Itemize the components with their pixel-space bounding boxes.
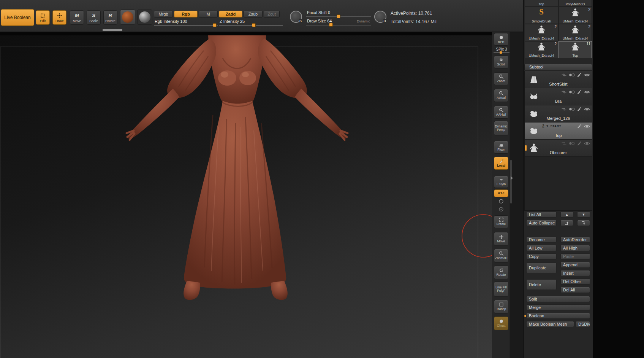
split-section[interactable]: Split: [526, 296, 590, 302]
eye-icon[interactable]: [584, 90, 590, 94]
all-high-button[interactable]: All High: [560, 245, 590, 251]
delete-button[interactable]: Delete: [526, 279, 557, 290]
stroke-icon[interactable]: S: [290, 11, 302, 23]
local-button[interactable]: Local: [494, 157, 508, 170]
all-low-button[interactable]: All Low: [526, 245, 557, 251]
rgb-intensity-slider[interactable]: Rgb Intensity 100: [154, 18, 218, 26]
polypaint-toggle-icon[interactable]: [569, 73, 575, 76]
polypaint-toggle-icon[interactable]: [569, 108, 575, 111]
autoreorder-button[interactable]: AutoReorder: [560, 237, 590, 243]
duplicate-button[interactable]: Duplicate: [526, 263, 557, 273]
move-3d-button[interactable]: Move: [494, 232, 508, 246]
dots-stroke-icon[interactable]: D: [374, 11, 386, 23]
m-button[interactable]: M: [199, 11, 218, 18]
polypaint-toggle-icon[interactable]: [569, 142, 575, 145]
merge-section[interactable]: Merge: [526, 304, 590, 310]
bpr-button[interactable]: BPR: [494, 33, 508, 46]
subtool-row-merged126[interactable]: Merged_126: [525, 105, 592, 123]
chevron-down-icon[interactable]: ▼: [546, 124, 549, 128]
del-all-button[interactable]: Del All: [560, 287, 590, 293]
grid-cell-umesh-2[interactable]: 2 UMesh_Extract4: [525, 24, 558, 41]
rename-button[interactable]: Rename: [526, 237, 557, 243]
lsym-button[interactable]: L.Sym: [494, 176, 508, 188]
perspective-icon[interactable]: [498, 199, 504, 205]
move-up-hierarchy-button[interactable]: [560, 220, 573, 226]
rgb-intensity-thumb[interactable]: [213, 23, 217, 27]
paste-button[interactable]: Paste: [560, 253, 590, 259]
zoom-button[interactable]: Zoom: [494, 72, 508, 85]
rgb-button[interactable]: Rgb: [174, 11, 198, 18]
current-brush-button[interactable]: [120, 10, 135, 25]
boolean-section[interactable]: Boolean: [526, 313, 590, 319]
eye-icon[interactable]: [584, 73, 590, 77]
subtool-row-shortskirt[interactable]: ShortSkirt: [525, 71, 592, 88]
rotate-button[interactable]: R Rotate: [103, 10, 117, 25]
xyz-button[interactable]: XYZ: [494, 189, 508, 197]
list-all-button[interactable]: List All: [526, 212, 557, 218]
tray-scrollbar[interactable]: [510, 160, 512, 204]
document-canvas[interactable]: [0, 35, 492, 358]
transfer-icon[interactable]: [561, 73, 567, 77]
dynamic-mode-label[interactable]: Dynamic: [357, 19, 370, 23]
z-intensity-slider[interactable]: Z Intensity 25: [219, 18, 283, 26]
dynamic-persp-button[interactable]: DynamicPersp: [494, 121, 508, 135]
scale-button[interactable]: S Scale: [87, 10, 101, 25]
transfer-icon[interactable]: [561, 142, 567, 145]
subtool-down-button[interactable]: ▼: [577, 212, 590, 218]
spix-slider[interactable]: SPix 3: [494, 47, 510, 53]
auto-collapse-button[interactable]: Auto Collapse: [526, 220, 557, 226]
paintbrush-icon[interactable]: [577, 124, 582, 129]
spix-thumb[interactable]: [500, 51, 502, 54]
insert-button[interactable]: Insert: [560, 270, 590, 276]
polypaint-toggle-icon[interactable]: [569, 91, 575, 94]
paintbrush-icon[interactable]: [577, 90, 582, 94]
dsdiv-button[interactable]: DSDiv: [576, 321, 590, 327]
scroll-button[interactable]: Scroll: [494, 56, 508, 68]
move-button[interactable]: M Move: [70, 10, 84, 25]
rotate-3d-button[interactable]: Rotate: [494, 266, 508, 279]
paintbrush-icon[interactable]: [577, 141, 582, 146]
pivot-icon[interactable]: [498, 207, 504, 213]
paintbrush-icon[interactable]: [577, 107, 582, 111]
make-boolean-mesh-button[interactable]: Make Boolean Mesh: [526, 321, 574, 327]
transp-button[interactable]: Transp: [494, 300, 508, 313]
transfer-icon[interactable]: [561, 107, 567, 111]
zsub-button[interactable]: Zsub: [244, 11, 263, 18]
subtool-row-bra[interactable]: Bra: [525, 88, 592, 105]
linefill-polyf-button[interactable]: Line FillPolyF: [494, 282, 508, 297]
subtool-up-button[interactable]: ▲: [560, 212, 573, 218]
subtool-section-header[interactable]: Subtool: [524, 64, 592, 70]
eye-icon[interactable]: [584, 107, 590, 111]
grid-cell-umesh-3[interactable]: 2 UMesh_Extract4: [559, 24, 592, 41]
grid-cell-polymesh3d[interactable]: PolyMesh3D: [559, 0, 592, 7]
draw-size-slider[interactable]: Draw Size 64 Dynamic: [306, 18, 371, 25]
focal-shift-slider[interactable]: Focal Shift 0: [306, 10, 371, 17]
z-intensity-thumb[interactable]: [252, 23, 256, 27]
current-texture-button[interactable]: [137, 10, 152, 25]
subtool-row-obscurer[interactable]: Obscurer: [525, 140, 592, 157]
grid-cell-top[interactable]: Top: [525, 0, 558, 7]
actual-button[interactable]: Actual: [494, 89, 508, 102]
zoom3d-button[interactable]: Zoom3D: [494, 249, 508, 263]
floor-button[interactable]: Floor: [494, 141, 508, 154]
zadd-button[interactable]: Zadd: [219, 11, 242, 18]
eye-icon[interactable]: [584, 124, 590, 129]
transfer-icon[interactable]: [561, 90, 567, 94]
live-boolean-button[interactable]: Live Boolean: [1, 9, 34, 26]
zcut-button[interactable]: Zcut: [264, 11, 280, 18]
copy-button[interactable]: Copy: [526, 253, 557, 259]
grid-cell-top-selected[interactable]: 11 Top: [559, 41, 592, 58]
paintbrush-icon[interactable]: [577, 73, 582, 77]
append-button[interactable]: Append: [560, 262, 590, 268]
aahalf-button[interactable]: AAHalf: [494, 106, 508, 119]
frame-button[interactable]: Frame: [494, 215, 508, 228]
ghost-button[interactable]: Ghost: [494, 317, 508, 330]
canvas-h-scrollbar[interactable]: [103, 29, 122, 31]
draw-button[interactable]: Draw: [52, 10, 66, 25]
move-down-hierarchy-button[interactable]: [577, 220, 590, 226]
tray-collapse-arrow[interactable]: [511, 176, 513, 180]
del-other-button[interactable]: Del Other: [560, 278, 590, 285]
eye-icon[interactable]: [584, 141, 590, 146]
edit-button[interactable]: Edit: [36, 10, 50, 25]
subtool-row-top-selected[interactable]: 2 ▼ START Top: [525, 123, 592, 140]
